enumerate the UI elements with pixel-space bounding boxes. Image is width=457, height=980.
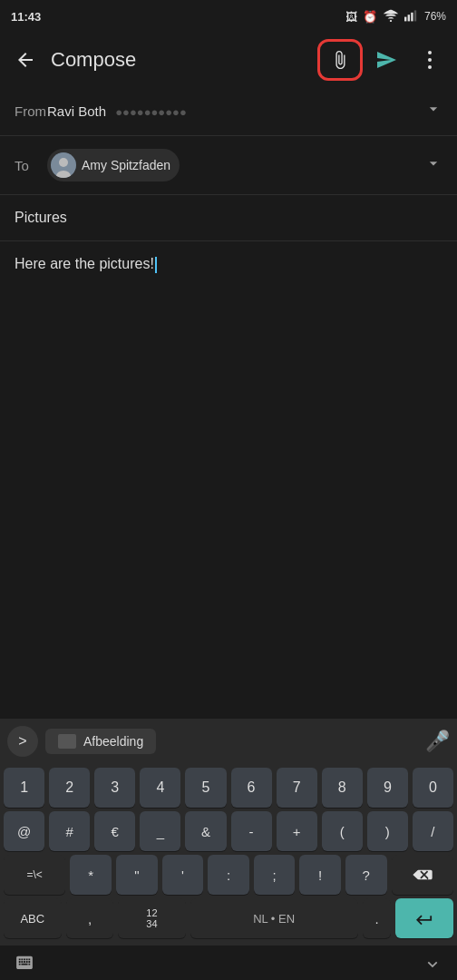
svg-rect-1 — [404, 16, 406, 21]
svg-point-9 — [59, 158, 68, 167]
back-button[interactable] — [7, 42, 44, 78]
from-row: From Ravi Both ●●●●●●●●●● — [0, 87, 457, 136]
key-apostrophe[interactable]: ' — [162, 855, 204, 895]
key-7[interactable]: 7 — [277, 768, 317, 808]
key-quote[interactable]: " — [116, 855, 158, 895]
from-chevron-icon[interactable] — [424, 100, 442, 122]
app-bar-actions — [317, 39, 450, 81]
key-2[interactable]: 2 — [49, 768, 90, 808]
more-options-button[interactable] — [410, 40, 450, 80]
send-button[interactable] — [366, 40, 406, 80]
svg-rect-4 — [414, 10, 416, 21]
recipient-chip[interactable]: Amy Spitzfaden — [47, 149, 180, 181]
key-period[interactable]: . — [363, 898, 392, 938]
to-row[interactable]: To Amy Spitzfaden — [0, 136, 457, 195]
keyboard-suggestion-bar: > Afbeelding 🎤 — [0, 719, 457, 764]
photo-icon: 🖼 — [345, 10, 357, 24]
status-time: 11:43 — [11, 10, 41, 24]
bottom-bar — [0, 946, 457, 980]
key-question[interactable]: ? — [345, 855, 387, 895]
avatar — [51, 152, 76, 178]
signal-icon — [404, 9, 419, 24]
key-abc[interactable]: ABC — [4, 898, 62, 938]
key-ampersand[interactable]: & — [185, 811, 226, 851]
svg-rect-2 — [408, 15, 410, 21]
key-rparen[interactable]: ) — [367, 811, 408, 851]
suggest-expand-button[interactable]: > — [7, 726, 38, 757]
suggestion-text: Afbeelding — [83, 734, 143, 749]
to-label: To — [15, 158, 47, 173]
from-value: Ravi Both ●●●●●●●●●● — [47, 103, 417, 119]
key-exclamation[interactable]: ! — [299, 855, 341, 895]
attach-icon — [330, 50, 350, 70]
suggestion-chip[interactable]: Afbeelding — [45, 729, 156, 754]
key-6[interactable]: 6 — [231, 768, 272, 808]
suggestion-thumbnail — [58, 734, 76, 749]
key-semicolon[interactable]: ; — [254, 855, 296, 895]
enter-icon — [414, 910, 434, 926]
key-lparen[interactable]: ( — [322, 811, 363, 851]
key-slash[interactable]: / — [413, 811, 453, 851]
chevron-down-icon[interactable] — [423, 953, 442, 974]
battery-text: 76% — [424, 10, 446, 23]
body-row[interactable]: Here are the pictures! — [0, 241, 457, 288]
key-colon[interactable]: : — [208, 855, 249, 895]
key-at[interactable]: @ — [4, 811, 44, 851]
key-euro[interactable]: € — [94, 811, 135, 851]
subject-row[interactable]: Pictures — [0, 195, 457, 241]
keyboard-row-bottom: ABC , 12 34 NL • EN . — [0, 895, 457, 946]
key-switch-sym[interactable]: =\< — [4, 855, 65, 895]
send-icon — [375, 49, 397, 71]
key-minus[interactable]: - — [231, 811, 272, 851]
page-title: Compose — [51, 48, 310, 72]
key-plus[interactable]: + — [277, 811, 317, 851]
backspace-button[interactable] — [392, 855, 453, 895]
key-hash[interactable]: # — [49, 811, 90, 851]
keyboard: 1 2 3 4 5 6 7 8 9 0 @ # € _ & - + ( ) / … — [0, 764, 457, 946]
compose-area: From Ravi Both ●●●●●●●●●● To Amy Spit — [0, 87, 457, 719]
keyboard-row-numbers: 1 2 3 4 5 6 7 8 9 0 — [0, 764, 457, 808]
status-bar: 11:43 🖼 ⏰ 76% — [0, 0, 457, 33]
key-asterisk[interactable]: * — [70, 855, 112, 895]
key-num-switch[interactable]: 12 34 — [118, 898, 185, 938]
key-comma[interactable]: , — [66, 898, 114, 938]
more-icon — [428, 51, 432, 69]
backspace-icon — [413, 867, 433, 882]
enter-key[interactable] — [395, 898, 453, 938]
to-recipients: Amy Spitzfaden — [47, 149, 417, 181]
recipient-name: Amy Spitzfaden — [82, 158, 170, 172]
key-3[interactable]: 3 — [94, 768, 135, 808]
keyboard-row-more-symbols: =\< * " ' : ; ! ? — [0, 851, 457, 895]
svg-point-6 — [428, 58, 432, 62]
svg-point-7 — [428, 65, 432, 69]
body-text: Here are the pictures! — [15, 256, 154, 271]
keyboard-row-symbols: @ # € _ & - + ( ) / — [0, 808, 457, 851]
key-underscore[interactable]: _ — [140, 811, 180, 851]
spacebar[interactable]: NL • EN — [190, 898, 358, 938]
key-4[interactable]: 4 — [140, 768, 180, 808]
key-8[interactable]: 8 — [322, 768, 363, 808]
wifi-icon — [383, 9, 399, 24]
svg-point-5 — [428, 51, 432, 54]
app-bar: Compose — [0, 33, 457, 87]
from-label: From — [15, 103, 47, 119]
key-0[interactable]: 0 — [413, 768, 453, 808]
key-9[interactable]: 9 — [367, 768, 408, 808]
mic-button[interactable]: 🎤 — [425, 730, 450, 753]
subject-text: Pictures — [15, 210, 67, 225]
key-1[interactable]: 1 — [4, 768, 44, 808]
key-5[interactable]: 5 — [185, 768, 226, 808]
from-email-masked: ●●●●●●●●●● — [115, 105, 187, 119]
attach-button[interactable] — [317, 39, 363, 81]
keyboard-icon[interactable] — [15, 953, 34, 974]
status-icons: 🖼 ⏰ 76% — [345, 9, 446, 24]
svg-rect-3 — [411, 12, 413, 21]
to-chevron-icon[interactable] — [424, 154, 442, 177]
alarm-icon: ⏰ — [363, 10, 377, 24]
text-cursor — [155, 257, 157, 273]
svg-point-0 — [390, 19, 392, 21]
